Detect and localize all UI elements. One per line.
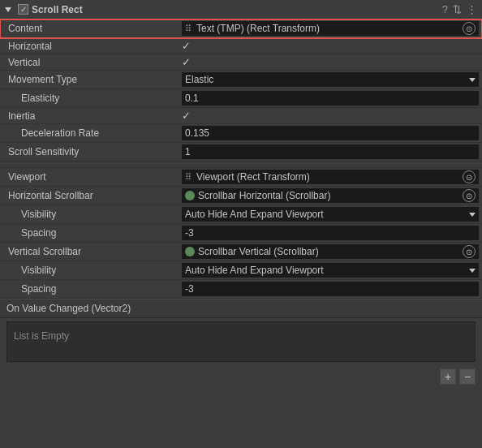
vertical-label: Vertical xyxy=(0,55,179,70)
h-scrollbar-value[interactable]: Scrollbar Horizontal (Scrollbar) ⊙ xyxy=(179,187,482,205)
h-visibility-label: Visibility xyxy=(0,207,179,222)
h-scrollbar-select-btn[interactable]: ⊙ xyxy=(463,189,476,202)
enable-checkbox[interactable] xyxy=(18,4,28,15)
horizontal-checkbox[interactable]: ✓ xyxy=(182,40,191,52)
content-select-btn[interactable]: ⊙ xyxy=(463,22,476,35)
v-visibility-row: Visibility Auto Hide And Expand Viewport xyxy=(0,261,482,280)
v-visibility-dropdown[interactable]: Auto Hide And Expand Viewport xyxy=(182,263,479,278)
panel-title: Scroll Rect xyxy=(32,4,439,15)
v-visibility-arrow-icon xyxy=(469,269,476,273)
elasticity-input[interactable] xyxy=(182,91,479,106)
v-scrollbar-ref-text: Scrollbar Vertical (Scrollbar) xyxy=(198,246,459,257)
elasticity-row: Elasticity xyxy=(0,89,482,108)
scroll-sensitivity-value[interactable] xyxy=(179,143,482,161)
movement-type-dropdown[interactable]: Elastic xyxy=(182,72,479,87)
h-visibility-value[interactable]: Auto Hide And Expand Viewport xyxy=(179,205,482,223)
bottom-buttons: + − xyxy=(0,365,482,388)
vertical-row: Vertical ✓ xyxy=(0,54,482,71)
movement-type-arrow-icon xyxy=(469,78,476,82)
movement-type-value[interactable]: Elastic xyxy=(179,71,482,88)
elasticity-value[interactable] xyxy=(179,89,482,107)
movement-type-label: Movement Type xyxy=(0,72,179,87)
menu-icon[interactable]: ⋮ xyxy=(467,3,477,15)
inertia-checkbox[interactable]: ✓ xyxy=(182,110,191,122)
h-scrollbar-ref-text: Scrollbar Horizontal (Scrollbar) xyxy=(198,190,459,201)
h-visibility-row: Visibility Auto Hide And Expand Viewport xyxy=(0,205,482,224)
content-object-ref[interactable]: ⠿ Text (TMP) (Rect Transform) ⊙ xyxy=(182,21,479,36)
h-visibility-text: Auto Hide And Expand Viewport xyxy=(185,209,469,220)
spacer-1 xyxy=(0,162,482,168)
inertia-label: Inertia xyxy=(0,109,179,123)
scroll-sensitivity-input[interactable] xyxy=(182,144,479,159)
viewport-select-btn[interactable]: ⊙ xyxy=(463,170,476,183)
on-value-changed-header: On Value Changed (Vector2) xyxy=(0,299,482,318)
deceleration-input[interactable] xyxy=(182,126,479,140)
h-scrollbar-row: Horizontal Scrollbar Scrollbar Horizonta… xyxy=(0,187,482,205)
content-ref-text: Text (TMP) (Rect Transform) xyxy=(196,23,459,34)
content-row: Content ⠿ Text (TMP) (Rect Transform) ⊙ xyxy=(0,19,482,38)
viewport-grid-icon: ⠿ xyxy=(185,172,192,183)
add-button[interactable]: + xyxy=(440,368,456,385)
content-value[interactable]: ⠿ Text (TMP) (Rect Transform) ⊙ xyxy=(179,19,482,37)
inertia-row: Inertia ✓ xyxy=(0,108,482,124)
h-scrollbar-label: Horizontal Scrollbar xyxy=(0,188,179,203)
vertical-value: ✓ xyxy=(179,54,482,70)
settings-icon[interactable]: ⇅ xyxy=(453,3,462,15)
panel-header: Scroll Rect ? ⇅ ⋮ xyxy=(0,0,482,19)
h-spacing-input[interactable] xyxy=(182,226,479,240)
deceleration-value[interactable] xyxy=(179,124,482,142)
grid-icon: ⠿ xyxy=(185,24,192,34)
scroll-rect-panel: Scroll Rect ? ⇅ ⋮ Content ⠿ Text (TMP) (… xyxy=(0,0,482,388)
remove-button[interactable]: − xyxy=(459,368,476,385)
horizontal-row: Horizontal ✓ xyxy=(0,38,482,54)
scroll-sensitivity-row: Scroll Sensitivity xyxy=(0,143,482,162)
inertia-value: ✓ xyxy=(179,108,482,123)
viewport-value[interactable]: ⠿ Viewport (Rect Transform) ⊙ xyxy=(179,168,482,186)
h-spacing-label: Spacing xyxy=(0,226,179,240)
h-visibility-arrow-icon xyxy=(469,213,476,217)
v-scrollbar-select-btn[interactable]: ⊙ xyxy=(463,245,476,258)
v-visibility-label: Visibility xyxy=(0,263,179,278)
v-scrollbar-obj-icon xyxy=(185,247,195,256)
horizontal-value: ✓ xyxy=(179,38,482,54)
list-empty-area: List is Empty xyxy=(6,321,476,362)
v-scrollbar-value[interactable]: Scrollbar Vertical (Scrollbar) ⊙ xyxy=(179,243,482,261)
content-label: Content xyxy=(0,21,179,36)
movement-type-row: Movement Type Elastic xyxy=(0,71,482,89)
collapse-arrow-icon[interactable] xyxy=(5,7,11,12)
help-icon[interactable]: ? xyxy=(442,3,448,15)
v-scrollbar-row: Vertical Scrollbar Scrollbar Vertical (S… xyxy=(0,243,482,261)
h-spacing-value[interactable] xyxy=(179,224,482,242)
viewport-row: Viewport ⠿ Viewport (Rect Transform) ⊙ xyxy=(0,168,482,187)
v-spacing-value[interactable] xyxy=(179,280,482,298)
v-visibility-value[interactable]: Auto Hide And Expand Viewport xyxy=(179,261,482,279)
vertical-checkbox[interactable]: ✓ xyxy=(182,56,191,68)
deceleration-row: Deceleration Rate xyxy=(0,124,482,143)
h-scrollbar-obj-icon xyxy=(185,191,195,200)
v-scrollbar-ref[interactable]: Scrollbar Vertical (Scrollbar) ⊙ xyxy=(182,244,479,259)
movement-type-text: Elastic xyxy=(185,74,469,85)
list-empty-text: List is Empty xyxy=(14,330,69,342)
v-spacing-input[interactable] xyxy=(182,282,479,296)
v-spacing-row: Spacing xyxy=(0,280,482,299)
header-icons: ? ⇅ ⋮ xyxy=(442,3,477,15)
viewport-label: Viewport xyxy=(0,170,179,184)
elasticity-label: Elasticity xyxy=(0,91,179,106)
on-value-changed-label: On Value Changed (Vector2) xyxy=(6,303,131,314)
v-visibility-text: Auto Hide And Expand Viewport xyxy=(185,265,469,276)
horizontal-label: Horizontal xyxy=(0,39,179,54)
v-spacing-label: Spacing xyxy=(0,282,179,296)
scroll-sensitivity-label: Scroll Sensitivity xyxy=(0,144,179,159)
viewport-ref-text: Viewport (Rect Transform) xyxy=(196,171,459,183)
deceleration-label: Deceleration Rate xyxy=(0,126,179,140)
viewport-object-ref[interactable]: ⠿ Viewport (Rect Transform) ⊙ xyxy=(182,170,479,184)
h-visibility-dropdown[interactable]: Auto Hide And Expand Viewport xyxy=(182,207,479,222)
v-scrollbar-label: Vertical Scrollbar xyxy=(0,244,179,259)
h-spacing-row: Spacing xyxy=(0,224,482,243)
h-scrollbar-ref[interactable]: Scrollbar Horizontal (Scrollbar) ⊙ xyxy=(182,188,479,203)
